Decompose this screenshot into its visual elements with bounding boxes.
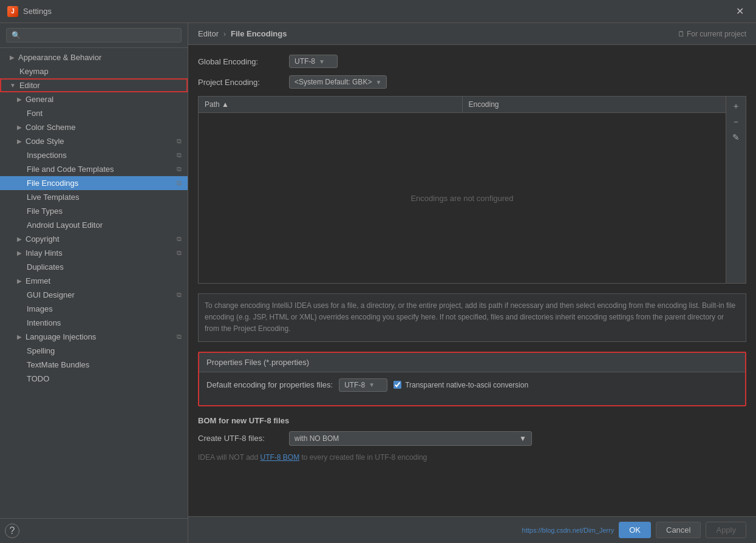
sidebar-item-textmate-bundles[interactable]: TextMate Bundles	[0, 358, 188, 372]
sidebar-item-copyright[interactable]: ▶Copyright⧉	[0, 232, 188, 246]
chevron-right-icon: ▶	[17, 236, 22, 242]
sidebar-bottom: ?	[0, 518, 188, 543]
sidebar-item-color-scheme[interactable]: ▶Color Scheme	[0, 120, 188, 134]
properties-title: Properties Files (*.properties)	[199, 353, 745, 372]
sidebar-item-font[interactable]: Font	[0, 106, 188, 120]
right-panel: Editor › File Encodings 🗒 For current pr…	[188, 23, 756, 543]
global-encoding-row: Global Encoding: UTF-8 ▼	[198, 55, 746, 68]
sidebar-item-label-color-scheme: Color Scheme	[26, 123, 75, 132]
search-bar	[0, 23, 188, 48]
sidebar-item-label-appearance: Appearance & Behavior	[18, 53, 101, 62]
global-encoding-label: Global Encoding:	[198, 57, 283, 66]
ok-button[interactable]: OK	[619, 522, 651, 538]
sidebar-item-label-gui-designer: GUI Designer	[27, 290, 75, 299]
global-encoding-value: UTF-8	[295, 57, 315, 66]
sidebar-item-gui-designer[interactable]: GUI Designer⧉	[0, 288, 188, 302]
sidebar-item-inspections[interactable]: Inspections⧉	[0, 148, 188, 162]
sidebar-item-spelling[interactable]: Spelling	[0, 344, 188, 358]
chevron-right-icon: ▶	[17, 250, 22, 256]
sidebar-item-appearance[interactable]: ▶Appearance & Behavior	[0, 50, 188, 64]
create-utf8-value: with NO BOM	[295, 434, 339, 443]
sidebar-item-live-templates[interactable]: Live Templates	[0, 190, 188, 204]
title-bar-title: Settings	[23, 7, 52, 16]
sidebar-item-images[interactable]: Images	[0, 302, 188, 316]
sidebar-item-label-duplicates: Duplicates	[27, 262, 64, 272]
chevron-down-icon4: ▼	[519, 434, 526, 443]
breadcrumb-arrow: ›	[223, 30, 226, 38]
chevron-down-icon: ▼	[10, 82, 16, 89]
sidebar-item-android-layout-editor[interactable]: Android Layout Editor	[0, 218, 188, 232]
transparent-conversion-label[interactable]: Transparent native-to-ascii conversion	[393, 381, 528, 389]
sidebar-item-label-inlay-hints: Inlay Hints	[26, 248, 63, 258]
chevron-right-icon: ▶	[17, 138, 22, 145]
idea-note-post: to every created file in UTF-8 encoding	[299, 453, 427, 462]
sidebar-item-label-todo: TODO	[27, 374, 49, 383]
sidebar-item-keymap[interactable]: Keymap	[0, 64, 188, 78]
project-encoding-label: Project Encoding:	[198, 78, 283, 87]
sidebar-item-inlay-hints[interactable]: ▶Inlay Hints⧉	[0, 246, 188, 260]
utf8-bom-link[interactable]: UTF-8 BOM	[260, 453, 299, 462]
copy-icon: ⧉	[177, 235, 182, 243]
footer-right: https://blog.csdn.net/Dim_Jerry OK Cance…	[522, 522, 746, 538]
sidebar-item-label-inspections: Inspections	[27, 151, 67, 160]
remove-row-button[interactable]: －	[729, 115, 743, 129]
default-encoding-dropdown[interactable]: UTF-8 ▼	[339, 378, 387, 392]
chevron-right-icon: ▶	[17, 124, 22, 131]
close-button[interactable]: ✕	[731, 3, 749, 19]
table-header: Path ▲ Encoding	[199, 97, 726, 113]
project-encoding-row: Project Encoding: <System Default: GBK> …	[198, 75, 746, 89]
edit-row-button[interactable]: ✎	[729, 131, 743, 144]
sidebar-item-label-textmate-bundles: TextMate Bundles	[27, 360, 89, 369]
sidebar-item-editor[interactable]: ▼Editor	[0, 78, 188, 92]
copy-icon: ⧉	[177, 249, 182, 257]
sidebar-item-label-images: Images	[27, 304, 53, 313]
sidebar-item-todo[interactable]: TODO	[0, 372, 188, 386]
create-utf8-label: Create UTF-8 files:	[198, 434, 283, 443]
chevron-right-icon: ▶	[17, 333, 22, 340]
sidebar-item-label-font: Font	[27, 109, 43, 118]
sidebar-item-language-injections[interactable]: ▶Language Injections⧉	[0, 330, 188, 344]
breadcrumb-current: File Encodings	[231, 29, 287, 38]
table-main: Path ▲ Encoding Encodings are not config…	[199, 97, 726, 283]
col-path[interactable]: Path ▲	[199, 97, 463, 112]
chevron-down-icon: ▼	[319, 58, 325, 65]
add-row-button[interactable]: ＋	[729, 99, 743, 114]
title-bar-left: J Settings	[7, 6, 52, 17]
search-input[interactable]	[6, 28, 182, 43]
sidebar-item-emmet[interactable]: ▶Emmet	[0, 274, 188, 288]
sidebar-item-label-keymap: Keymap	[19, 67, 49, 76]
sidebar-item-intentions[interactable]: Intentions	[0, 316, 188, 330]
copy-icon: ⧉	[177, 137, 182, 145]
table-side-buttons: ＋ － ✎	[726, 97, 746, 283]
chevron-down-icon3: ▼	[369, 381, 375, 388]
create-utf8-dropdown[interactable]: with NO BOM ▼	[289, 431, 532, 446]
global-encoding-dropdown[interactable]: UTF-8 ▼	[289, 55, 338, 68]
sidebar-item-label-file-code-templates: File and Code Templates	[27, 165, 114, 174]
help-button[interactable]: ?	[5, 524, 19, 538]
sidebar-item-file-code-templates[interactable]: File and Code Templates⧉	[0, 162, 188, 176]
bom-section: BOM for new UTF-8 files Create UTF-8 fil…	[198, 416, 746, 462]
transparent-conversion-checkbox[interactable]	[393, 381, 401, 389]
create-utf8-row: Create UTF-8 files: with NO BOM ▼	[198, 431, 746, 446]
sidebar-item-file-encodings[interactable]: File Encodings⧉	[0, 176, 188, 190]
chevron-down-icon2: ▼	[375, 79, 381, 86]
sidebar-item-label-file-types: File Types	[27, 207, 63, 216]
copy-icon: ⧉	[177, 291, 182, 299]
apply-button[interactable]: Apply	[706, 522, 746, 538]
sidebar-item-code-style[interactable]: ▶Code Style⧉	[0, 134, 188, 148]
sidebar-item-label-language-injections: Language Injections	[26, 332, 96, 341]
sidebar: ▶Appearance & BehaviorKeymap▼Editor▶Gene…	[0, 23, 188, 543]
sidebar-item-file-types[interactable]: File Types	[0, 204, 188, 218]
app-icon: J	[7, 6, 18, 17]
project-encoding-dropdown[interactable]: <System Default: GBK> ▼	[289, 75, 387, 89]
sidebar-item-label-editor: Editor	[19, 81, 40, 90]
sidebar-item-general[interactable]: ▶General	[0, 92, 188, 106]
sidebar-item-duplicates[interactable]: Duplicates	[0, 260, 188, 274]
cancel-button[interactable]: Cancel	[656, 522, 701, 538]
chevron-right-icon: ▶	[17, 278, 22, 284]
col-encoding: Encoding	[463, 97, 726, 112]
panel-header: Editor › File Encodings 🗒 For current pr…	[188, 23, 756, 45]
sidebar-item-label-copyright: Copyright	[26, 234, 60, 244]
project-encoding-value: <System Default: GBK>	[295, 78, 372, 86]
default-encoding-row: Default encoding for properties files: U…	[206, 378, 738, 392]
